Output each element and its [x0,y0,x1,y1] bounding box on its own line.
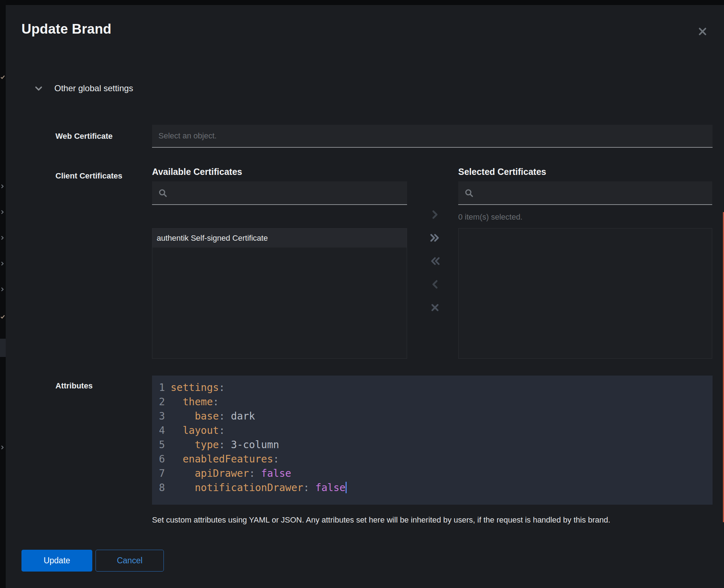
line-number: 8 [156,481,165,495]
code-text: layout: [171,423,225,438]
selected-certificates-column: Selected Certificates 0 item(s) selected… [458,166,712,359]
other-global-settings-toggle[interactable]: Other global settings [34,82,133,94]
code-text: theme: [171,395,219,409]
selected-certificates-heading: Selected Certificates [458,166,712,177]
sidebar-edge-strip [0,0,6,588]
selected-status: 0 item(s) selected. [458,212,712,222]
add-all-button[interactable] [429,231,441,244]
update-button[interactable]: Update [21,550,92,572]
chevron-right-icon [0,184,4,189]
update-brand-modal: Update Brand Other global settings Web C… [6,5,724,588]
sidebar-active-item-sliver [0,339,6,357]
double-chevron-left-icon [429,256,441,266]
attributes-code-editor[interactable]: 1settings: 2 theme: 3 base:dark 4 layout… [152,376,713,505]
attributes-help-text: Set custom attributes using YAML or JSON… [152,510,713,525]
dual-list-controls [407,166,458,359]
x-icon [430,303,440,312]
close-button[interactable] [697,26,708,37]
code-text: base:dark [171,409,255,423]
clear-button[interactable] [429,301,441,314]
remove-selected-button[interactable] [429,278,441,291]
chevron-right-icon [0,445,4,450]
check-icon [0,314,5,319]
client-certificates-dual-list: Available Certificates authentik Self-si… [152,166,713,359]
code-text: enabledFeatures: [171,452,279,466]
code-text: settings: [171,381,225,395]
line-number: 5 [156,438,165,452]
chevron-down-icon [34,84,43,93]
remove-all-button[interactable] [429,255,441,268]
line-number: 7 [156,466,165,481]
chevron-right-icon [0,287,4,292]
chevron-right-icon [0,235,4,240]
modal-footer: Update Cancel [21,550,164,572]
available-listbox[interactable]: authentik Self-signed Certificate [152,228,407,359]
available-search-input[interactable] [152,181,407,205]
available-certificates-column: Available Certificates authentik Self-si… [152,166,407,359]
code-text: apiDrawer:false [171,466,291,481]
chevron-right-icon [430,210,440,220]
selected-listbox[interactable] [458,228,712,359]
code-line: 7 apiDrawer:false [156,466,713,481]
code-line: 3 base:dark [156,409,713,423]
close-icon [698,26,708,36]
cancel-button[interactable]: Cancel [96,550,164,572]
code-line: 8 notificationDrawer:false [156,481,713,495]
line-number: 4 [156,423,165,438]
double-chevron-right-icon [429,233,441,243]
modal-title: Update Brand [21,21,112,37]
line-number: 3 [156,409,165,423]
check-icon [0,75,5,79]
code-line: 1settings: [156,381,713,395]
line-number: 2 [156,395,165,409]
page-backdrop: Update Brand Other global settings Web C… [0,0,724,588]
chevron-right-icon [0,210,4,215]
available-certificates-heading: Available Certificates [152,166,407,177]
web-certificate-select[interactable] [152,125,713,148]
selected-search-input[interactable] [458,181,712,205]
code-line: 5 type:3-column [156,438,713,452]
code-text: notificationDrawer:false [171,481,347,495]
line-number: 1 [156,381,165,395]
web-certificate-label: Web Certificate [55,125,113,148]
list-option[interactable]: authentik Self-signed Certificate [152,229,407,248]
code-line: 4 layout: [156,423,713,438]
code-text: type:3-column [171,438,279,452]
code-line: 6 enabledFeatures: [156,452,713,466]
add-selected-button[interactable] [429,208,441,221]
section-label: Other global settings [54,83,133,93]
chevron-left-icon [430,279,440,289]
chevron-right-icon [0,261,4,266]
client-certificates-label: Client Certificates [55,171,122,181]
text-cursor [346,482,347,493]
line-number: 6 [156,452,165,466]
attributes-label: Attributes [55,381,93,391]
code-line: 2 theme: [156,395,713,409]
